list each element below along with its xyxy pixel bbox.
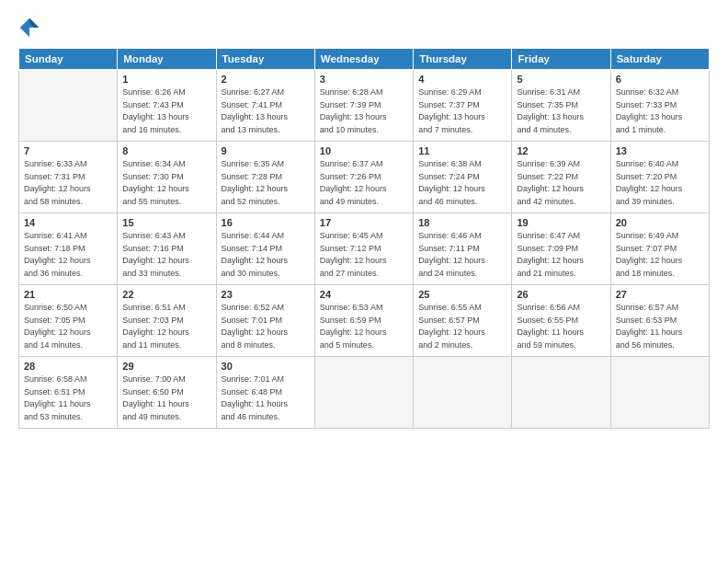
calendar-cell: 20Sunrise: 6:49 AMSunset: 7:07 PMDayligh…	[610, 213, 709, 285]
day-number: 6	[616, 74, 704, 85]
calendar-cell: 7Sunrise: 6:33 AMSunset: 7:31 PMDaylight…	[19, 142, 118, 213]
calendar-cell: 18Sunrise: 6:46 AMSunset: 7:11 PMDayligh…	[414, 213, 512, 285]
day-number: 19	[517, 217, 605, 228]
logo	[18, 17, 44, 39]
day-number: 15	[122, 217, 210, 228]
day-info: Sunrise: 6:26 AMSunset: 7:43 PMDaylight:…	[122, 86, 210, 136]
calendar-cell: 25Sunrise: 6:55 AMSunset: 6:57 PMDayligh…	[414, 285, 512, 357]
day-info: Sunrise: 6:47 AMSunset: 7:09 PMDaylight:…	[517, 230, 605, 280]
day-info: Sunrise: 6:37 AMSunset: 7:26 PMDaylight:…	[320, 158, 408, 208]
calendar-col-header: Monday	[118, 49, 216, 70]
calendar-cell: 14Sunrise: 6:41 AMSunset: 7:18 PMDayligh…	[19, 213, 118, 285]
day-number: 30	[222, 361, 310, 372]
calendar-cell	[19, 70, 118, 142]
calendar-week-row: 14Sunrise: 6:41 AMSunset: 7:18 PMDayligh…	[19, 213, 710, 285]
calendar-cell: 29Sunrise: 7:00 AMSunset: 6:50 PMDayligh…	[118, 357, 216, 429]
calendar-cell: 5Sunrise: 6:31 AMSunset: 7:35 PMDaylight…	[512, 70, 610, 142]
calendar-cell: 2Sunrise: 6:27 AMSunset: 7:41 PMDaylight…	[216, 70, 314, 142]
calendar-cell: 6Sunrise: 6:32 AMSunset: 7:33 PMDaylight…	[610, 70, 709, 142]
day-info: Sunrise: 6:52 AMSunset: 7:01 PMDaylight:…	[222, 302, 310, 351]
day-info: Sunrise: 6:45 AMSunset: 7:12 PMDaylight:…	[320, 230, 408, 280]
calendar-cell: 8Sunrise: 6:34 AMSunset: 7:30 PMDaylight…	[118, 142, 216, 213]
day-info: Sunrise: 6:38 AMSunset: 7:24 PMDaylight:…	[418, 158, 506, 208]
day-info: Sunrise: 6:53 AMSunset: 6:59 PMDaylight:…	[320, 302, 408, 351]
calendar-cell: 17Sunrise: 6:45 AMSunset: 7:12 PMDayligh…	[314, 213, 413, 285]
calendar-week-row: 7Sunrise: 6:33 AMSunset: 7:31 PMDaylight…	[19, 142, 710, 213]
day-number: 25	[418, 289, 506, 300]
day-number: 14	[24, 217, 112, 228]
day-info: Sunrise: 6:41 AMSunset: 7:18 PMDaylight:…	[24, 230, 112, 280]
day-number: 27	[616, 289, 704, 300]
day-number: 29	[122, 361, 210, 372]
calendar-cell: 26Sunrise: 6:56 AMSunset: 6:55 PMDayligh…	[512, 285, 610, 357]
calendar-cell: 22Sunrise: 6:51 AMSunset: 7:03 PMDayligh…	[118, 285, 216, 357]
logo-icon	[18, 17, 40, 39]
day-number: 17	[320, 217, 408, 228]
calendar-week-row: 28Sunrise: 6:58 AMSunset: 6:51 PMDayligh…	[19, 357, 710, 429]
day-number: 4	[418, 74, 506, 85]
day-info: Sunrise: 6:43 AMSunset: 7:16 PMDaylight:…	[122, 230, 210, 280]
calendar-cell: 4Sunrise: 6:29 AMSunset: 7:37 PMDaylight…	[414, 70, 512, 142]
calendar-week-row: 1Sunrise: 6:26 AMSunset: 7:43 PMDaylight…	[19, 70, 710, 142]
day-info: Sunrise: 7:01 AMSunset: 6:48 PMDaylight:…	[222, 373, 310, 423]
day-info: Sunrise: 6:57 AMSunset: 6:53 PMDaylight:…	[616, 302, 704, 351]
day-number: 9	[222, 145, 310, 156]
day-number: 1	[122, 74, 210, 85]
day-info: Sunrise: 6:33 AMSunset: 7:31 PMDaylight:…	[24, 158, 112, 208]
calendar-col-header: Thursday	[414, 49, 512, 70]
calendar-cell: 16Sunrise: 6:44 AMSunset: 7:14 PMDayligh…	[216, 213, 314, 285]
day-number: 12	[517, 145, 605, 156]
day-number: 11	[418, 145, 506, 156]
calendar-cell: 15Sunrise: 6:43 AMSunset: 7:16 PMDayligh…	[118, 213, 216, 285]
calendar-cell: 11Sunrise: 6:38 AMSunset: 7:24 PMDayligh…	[414, 142, 512, 213]
day-info: Sunrise: 6:49 AMSunset: 7:07 PMDaylight:…	[616, 230, 704, 280]
day-number: 26	[517, 289, 605, 300]
day-info: Sunrise: 6:27 AMSunset: 7:41 PMDaylight:…	[222, 86, 310, 136]
calendar-cell: 30Sunrise: 7:01 AMSunset: 6:48 PMDayligh…	[216, 357, 314, 429]
calendar-cell: 27Sunrise: 6:57 AMSunset: 6:53 PMDayligh…	[610, 285, 709, 357]
day-info: Sunrise: 6:34 AMSunset: 7:30 PMDaylight:…	[122, 158, 210, 208]
day-info: Sunrise: 6:39 AMSunset: 7:22 PMDaylight:…	[517, 158, 605, 208]
day-number: 5	[517, 74, 605, 85]
day-number: 21	[24, 289, 112, 300]
day-info: Sunrise: 6:35 AMSunset: 7:28 PMDaylight:…	[222, 158, 310, 208]
calendar-cell: 21Sunrise: 6:50 AMSunset: 7:05 PMDayligh…	[19, 285, 118, 357]
day-number: 2	[222, 74, 310, 85]
day-number: 8	[122, 145, 210, 156]
day-info: Sunrise: 6:46 AMSunset: 7:11 PMDaylight:…	[418, 230, 506, 280]
day-info: Sunrise: 6:58 AMSunset: 6:51 PMDaylight:…	[24, 373, 112, 423]
calendar-cell: 23Sunrise: 6:52 AMSunset: 7:01 PMDayligh…	[216, 285, 314, 357]
day-number: 3	[320, 74, 408, 85]
day-number: 10	[320, 145, 408, 156]
calendar-cell	[414, 357, 512, 429]
day-info: Sunrise: 6:51 AMSunset: 7:03 PMDaylight:…	[122, 302, 210, 351]
day-number: 7	[24, 145, 112, 156]
day-info: Sunrise: 6:44 AMSunset: 7:14 PMDaylight:…	[222, 230, 310, 280]
calendar-col-header: Tuesday	[216, 49, 314, 70]
calendar: SundayMondayTuesdayWednesdayThursdayFrid…	[18, 48, 710, 429]
calendar-cell: 1Sunrise: 6:26 AMSunset: 7:43 PMDaylight…	[118, 70, 216, 142]
day-info: Sunrise: 7:00 AMSunset: 6:50 PMDaylight:…	[122, 373, 210, 423]
day-number: 23	[222, 289, 310, 300]
calendar-cell: 10Sunrise: 6:37 AMSunset: 7:26 PMDayligh…	[314, 142, 413, 213]
day-info: Sunrise: 6:40 AMSunset: 7:20 PMDaylight:…	[616, 158, 704, 208]
day-info: Sunrise: 6:31 AMSunset: 7:35 PMDaylight:…	[517, 86, 605, 136]
calendar-cell	[314, 357, 413, 429]
day-info: Sunrise: 6:55 AMSunset: 6:57 PMDaylight:…	[418, 302, 506, 351]
calendar-col-header: Sunday	[19, 49, 118, 70]
calendar-col-header: Friday	[512, 49, 610, 70]
calendar-cell: 9Sunrise: 6:35 AMSunset: 7:28 PMDaylight…	[216, 142, 314, 213]
day-info: Sunrise: 6:32 AMSunset: 7:33 PMDaylight:…	[616, 86, 704, 136]
day-number: 24	[320, 289, 408, 300]
calendar-week-row: 21Sunrise: 6:50 AMSunset: 7:05 PMDayligh…	[19, 285, 710, 357]
day-number: 13	[616, 145, 704, 156]
day-number: 28	[24, 361, 112, 372]
day-info: Sunrise: 6:50 AMSunset: 7:05 PMDaylight:…	[24, 302, 112, 351]
calendar-cell: 24Sunrise: 6:53 AMSunset: 6:59 PMDayligh…	[314, 285, 413, 357]
calendar-cell: 12Sunrise: 6:39 AMSunset: 7:22 PMDayligh…	[512, 142, 610, 213]
calendar-cell: 19Sunrise: 6:47 AMSunset: 7:09 PMDayligh…	[512, 213, 610, 285]
calendar-cell: 13Sunrise: 6:40 AMSunset: 7:20 PMDayligh…	[610, 142, 709, 213]
day-number: 22	[122, 289, 210, 300]
calendar-cell	[610, 357, 709, 429]
calendar-col-header: Wednesday	[314, 49, 413, 70]
